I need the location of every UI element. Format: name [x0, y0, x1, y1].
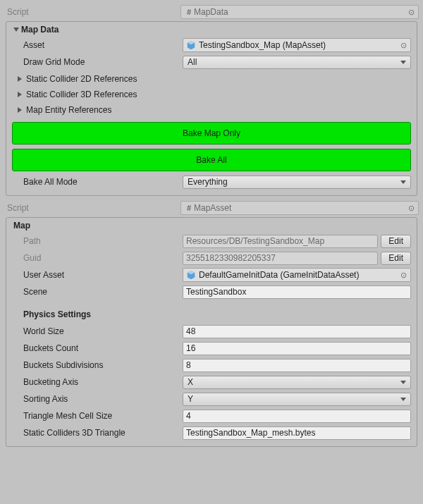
foldout-static-collider-2d[interactable]: Static Collider 2D References [6, 71, 417, 87]
bake-all-label: Bake All [196, 155, 226, 165]
drawgrid-dropdown[interactable]: All [183, 56, 411, 69]
chevron-right-icon [18, 107, 22, 113]
guid-field: 3255182330982205337 [183, 252, 378, 265]
subdiv-field[interactable]: 8 [183, 359, 411, 372]
asset-label: Asset [6, 40, 183, 50]
subdiv-label: Buckets Subdivisions [6, 360, 183, 370]
chevron-down-icon [13, 27, 19, 32]
buckets-label: Buckets Count [6, 343, 183, 353]
scene-value: TestingSandbox [186, 287, 407, 297]
script-value: MapData [194, 7, 405, 17]
subdiv-value: 8 [186, 360, 407, 370]
trimesh-value: 4 [186, 411, 407, 421]
static3d-field[interactable]: TestingSandbox_Map_mesh.bytes [183, 426, 411, 440]
bakemode-label: Bake All Mode [6, 177, 183, 187]
csharp-icon: # [184, 8, 194, 16]
foldout-label: Static Collider 3D References [26, 90, 137, 99]
drawgrid-value: All [188, 57, 400, 67]
script-label: Script [4, 7, 180, 17]
chevron-right-icon [18, 76, 22, 82]
path-label: Path [6, 236, 183, 246]
foldout-map-entity[interactable]: Map Entity References [6, 102, 417, 118]
trimesh-label: Triangle Mesh Cell Size [6, 411, 183, 421]
userasset-label: User Asset [6, 270, 183, 280]
bakemode-value: Everything [188, 177, 400, 187]
object-picker-icon[interactable]: ⊙ [398, 269, 409, 281]
chevron-right-icon [18, 92, 22, 97]
sortaxis-dropdown[interactable]: Y [183, 393, 411, 406]
worldsize-field[interactable]: 48 [183, 325, 411, 338]
buckets-field[interactable]: 16 [183, 342, 411, 355]
scene-label: Scene [6, 287, 183, 297]
userasset-value: DefaultGameInitData (GameInitDataAsset) [199, 270, 398, 280]
script2-value: MapAsset [194, 203, 405, 213]
map-foldout-header[interactable]: Map [6, 218, 417, 233]
guid-value: 3255182330982205337 [186, 253, 374, 263]
asset-icon [186, 270, 196, 280]
static3d-label: Static Colliders 3D Triangle [6, 428, 183, 438]
foldout-label: Map Entity References [26, 105, 111, 115]
bucketaxis-value: X [188, 377, 400, 387]
script-field: # MapData ⊙ [180, 5, 419, 19]
sortaxis-label: Sorting Axis [6, 394, 183, 404]
asset-icon [186, 40, 196, 50]
userasset-field[interactable]: DefaultGameInitData (GameInitDataAsset) … [183, 268, 411, 282]
script2-field: # MapAsset ⊙ [180, 201, 419, 215]
physics-header: Physics Settings [6, 309, 183, 319]
mapdata-section: Map Data Asset TestingSandbox_Map (MapAs… [6, 21, 417, 196]
path-edit-button[interactable]: Edit [381, 235, 411, 248]
foldout-label: Static Collider 2D References [26, 74, 137, 84]
chevron-down-icon [400, 398, 406, 401]
path-value: Resources/DB/TestingSandbox_Map [186, 236, 374, 246]
bakemode-dropdown[interactable]: Everything [183, 176, 411, 189]
buckets-value: 16 [186, 343, 407, 353]
worldsize-label: World Size [6, 326, 183, 336]
scene-field[interactable]: TestingSandbox [183, 285, 411, 299]
asset-value: TestingSandbox_Map (MapAsset) [199, 40, 398, 50]
trimesh-field[interactable]: 4 [183, 410, 411, 423]
sortaxis-value: Y [188, 394, 400, 404]
bucketaxis-dropdown[interactable]: X [183, 376, 411, 389]
path-field: Resources/DB/TestingSandbox_Map [183, 235, 378, 248]
static3d-value: TestingSandbox_Map_mesh.bytes [186, 428, 407, 438]
guid-label: Guid [6, 253, 183, 263]
chevron-down-icon [400, 61, 406, 64]
bake-map-only-button[interactable]: Bake Map Only [12, 122, 411, 145]
object-picker-icon[interactable]: ⊙ [405, 6, 417, 18]
object-picker-icon[interactable]: ⊙ [398, 39, 409, 51]
bake-map-label: Bake Map Only [183, 128, 240, 138]
bucketaxis-label: Bucketing Axis [6, 377, 183, 387]
guid-edit-button[interactable]: Edit [381, 252, 411, 265]
map-title: Map [13, 221, 30, 231]
object-picker-icon[interactable]: ⊙ [405, 202, 417, 214]
foldout-static-collider-3d[interactable]: Static Collider 3D References [6, 87, 417, 102]
drawgrid-label: Draw Grid Mode [6, 57, 183, 67]
bake-all-button[interactable]: Bake All [12, 149, 411, 171]
worldsize-value: 48 [186, 326, 407, 336]
map-section: Map Path Resources/DB/TestingSandbox_Map… [6, 217, 417, 447]
mapdata-foldout-header[interactable]: Map Data [6, 22, 417, 37]
chevron-down-icon [400, 180, 406, 184]
script2-label: Script [4, 203, 180, 213]
csharp-icon: # [184, 204, 194, 212]
asset-object-field[interactable]: TestingSandbox_Map (MapAsset) ⊙ [183, 38, 411, 52]
chevron-down-icon [400, 381, 406, 384]
mapdata-title: Map Data [21, 25, 59, 35]
